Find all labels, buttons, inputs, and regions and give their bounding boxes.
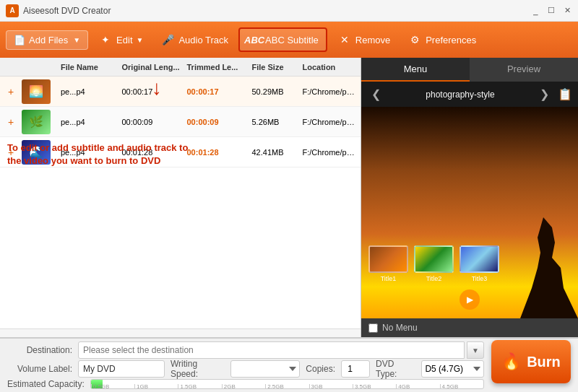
copies-input[interactable] [341, 360, 370, 378]
theme-action-icon[interactable]: 📋 [558, 87, 572, 101]
tick-2: 1.5GB [178, 384, 221, 388]
file-size: 50.29MB [249, 87, 300, 96]
dvd-type-select[interactable]: D5 (4.7G) [421, 360, 484, 378]
capacity-label: Estimated Capacity: [7, 379, 85, 389]
col-trimmed-length: Trimmed Le... [184, 63, 249, 71]
menu-title-label-1: Title1 [381, 275, 397, 282]
tick-7: 4GB [396, 384, 439, 388]
app-title: Aiseesoft DVD Creator [23, 6, 530, 16]
tick-3: 2GB [222, 384, 265, 388]
right-tabs: Menu Preview [361, 58, 578, 82]
subtitle-label: ABC Subtitle [265, 35, 319, 45]
expand-icon[interactable]: + [0, 86, 22, 97]
theme-next-button[interactable]: ❯ [535, 86, 553, 103]
audio-track-button[interactable]: 🎤 Audio Track [153, 29, 236, 51]
destination-row: Destination: ▼ [7, 341, 484, 359]
bottom-bar: Destination: ▼ Volume Label: Writing Spe… [0, 338, 578, 392]
window-controls: ⎯ ☐ ✕ [530, 6, 572, 16]
destination-input[interactable] [78, 341, 465, 359]
annotation-text: To edit or add subtitle and audio track … [7, 141, 195, 167]
tab-menu-label: Menu [404, 64, 428, 74]
col-original-length: Original Leng... [119, 63, 184, 71]
tick-8: 4.5GB [440, 384, 483, 388]
tick-0: 0.5GB [91, 384, 134, 388]
tick-5: 3GB [309, 384, 353, 388]
right-panel: Menu Preview ❮ photography-style ❯ 📋 [361, 58, 578, 337]
location: F:/Chrome/pexels-super-l... [300, 148, 361, 157]
menu-preview: Title1 Title2 Title3 ▶ [361, 107, 578, 318]
table-row: + 🌅 pe...p4 00:00:17 00:00:17 50.29MB F:… [0, 77, 361, 107]
theme-prev-button[interactable]: ❮ [367, 86, 385, 103]
writing-speed-label: Writing Speed: [171, 359, 225, 379]
menu-title-label-2: Title2 [426, 275, 442, 282]
audio-track-label: Audio Track [178, 35, 228, 45]
destination-dropdown-button[interactable]: ▼ [467, 341, 484, 359]
menu-thumbnail-1[interactable] [368, 245, 408, 273]
menu-thumbnail-3[interactable] [460, 245, 499, 273]
add-files-icon: 📄 [14, 35, 25, 45]
file-size: 42.41MB [249, 148, 300, 157]
menu-title-item: Title3 [460, 245, 499, 282]
col-filesize: File Size [249, 63, 300, 71]
add-files-dropdown-arrow[interactable]: ▼ [73, 36, 80, 44]
main-content: File Name Original Leng... Trimmed Le...… [0, 58, 578, 338]
expand-icon[interactable]: + [0, 116, 22, 128]
play-button[interactable]: ▶ [460, 289, 480, 310]
no-menu-checkbox[interactable] [368, 323, 378, 333]
no-menu-label[interactable]: No Menu [382, 323, 418, 333]
volume-input[interactable] [78, 360, 165, 378]
app-icon: A [6, 4, 19, 17]
edit-dropdown-arrow[interactable]: ▼ [137, 36, 144, 44]
menu-title-item: Title2 [414, 245, 454, 282]
remove-icon: ✕ [337, 32, 352, 47]
microphone-icon: 🎤 [160, 32, 175, 47]
menu-thumbnail-2[interactable] [414, 245, 454, 273]
copies-label: Copies: [306, 364, 335, 374]
annotation-arrow: ↓ [152, 77, 162, 100]
file-panel: File Name Original Leng... Trimmed Le...… [0, 58, 361, 337]
theme-name: photography-style [389, 90, 531, 100]
menu-background: Title1 Title2 Title3 ▶ [361, 107, 578, 318]
horizontal-scrollbar[interactable] [0, 328, 361, 337]
col-location: Location [300, 63, 361, 71]
menu-titles: Title1 Title2 Title3 [368, 245, 571, 282]
file-name: pe...p4 [58, 118, 119, 126]
col-filename: File Name [58, 63, 119, 71]
capacity-row: Estimated Capacity: 0.5GB 1GB 1.5GB 2GB … [7, 379, 484, 389]
tick-6: 3.5GB [353, 384, 396, 388]
thumbnail: 🌿 [22, 110, 51, 134]
tick-1: 1GB [134, 384, 178, 388]
edit-icon: ✦ [98, 32, 113, 47]
location: F:/Chrome/pexels-gylfi-g... [300, 87, 361, 96]
preferences-button[interactable]: ⚙ Preferences [400, 29, 483, 51]
dvd-type-label: DVD Type: [376, 359, 415, 379]
file-name: pe...p4 [58, 87, 119, 96]
minimize-button[interactable]: ⎯ [530, 6, 540, 16]
tab-preview[interactable]: Preview [470, 58, 578, 82]
add-files-button[interactable]: 📄 Add Files ▼ [6, 30, 88, 50]
table-row: + 🌿 pe...p4 00:00:09 00:00:09 5.26MB F:/… [0, 107, 361, 137]
close-button[interactable]: ✕ [562, 6, 572, 16]
gear-icon: ⚙ [407, 32, 422, 47]
settings-row: Volume Label: Writing Speed: Copies: DVD… [7, 359, 484, 379]
remove-button[interactable]: ✕ Remove [330, 29, 397, 51]
trimmed-length: 00:00:09 [184, 118, 249, 126]
theme-selector: ❮ photography-style ❯ 📋 [361, 82, 578, 107]
burn-section: 🔥 Burn [491, 340, 571, 383]
flame-icon: 🔥 [501, 352, 521, 371]
maximize-button[interactable]: ☐ [546, 6, 556, 16]
tab-menu[interactable]: Menu [361, 58, 470, 82]
toolbar: 📄 Add Files ▼ ✦ Edit ▼ 🎤 Audio Track ABC… [0, 22, 578, 58]
capacity-bar: 0.5GB 1GB 1.5GB 2GB 2.5GB 3GB 3.5GB 4GB … [90, 379, 484, 389]
table-body: + 🌅 pe...p4 00:00:17 00:00:17 50.29MB F:… [0, 77, 361, 328]
no-menu-area: No Menu [361, 318, 578, 337]
writing-speed-select[interactable] [230, 360, 300, 378]
destination-label: Destination: [7, 345, 72, 355]
volume-label: Volume Label: [7, 364, 72, 374]
table-header: File Name Original Leng... Trimmed Le...… [0, 58, 361, 77]
menu-title-label-3: Title3 [472, 275, 488, 282]
subtitle-button[interactable]: ABC ABC Subtitle [238, 27, 327, 52]
add-files-label: Add Files [29, 35, 68, 45]
edit-button[interactable]: ✦ Edit ▼ [91, 29, 150, 51]
burn-button[interactable]: 🔥 Burn [491, 340, 571, 383]
